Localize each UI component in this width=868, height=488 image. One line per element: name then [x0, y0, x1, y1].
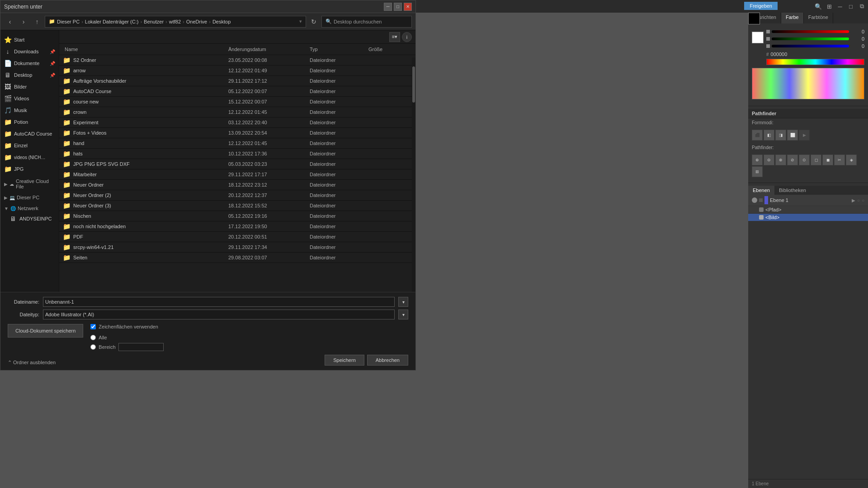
file-row[interactable]: 📁 AutoCAD Course 05.12.2022 00:07 Dateio…	[59, 86, 415, 97]
green-slider[interactable]	[772, 38, 849, 40]
pf-intersect[interactable]: ⊗	[775, 155, 786, 165]
filename-dropdown-button[interactable]: ▾	[398, 297, 408, 307]
dialog-close-button[interactable]: ✕	[404, 3, 412, 11]
file-row[interactable]: 📁 Aufträge Vorschaubilder 29.11.2022 17:…	[59, 76, 415, 86]
pf-divide[interactable]: ⊙	[799, 155, 810, 165]
scrollbar-thumb[interactable]	[412, 66, 415, 103]
minimize-ai-button[interactable]: ─	[835, 2, 844, 11]
save-button[interactable]: Speichern	[325, 355, 364, 366]
color-gradient-box[interactable]	[752, 68, 864, 99]
pf-outline[interactable]: ◈	[846, 155, 857, 165]
view-list-button[interactable]: ≡▾	[389, 32, 400, 42]
column-header-date[interactable]: Änderungsdatum	[226, 46, 308, 53]
file-row[interactable]: 📁 Experiment 03.12.2022 20:40 Dateiordne…	[59, 117, 415, 128]
breadcrumb-onedrive[interactable]: OneDrive	[186, 19, 207, 24]
file-row[interactable]: 📁 Seiten 29.08.2022 03:07 Dateiordner	[59, 253, 415, 263]
sidebar-item-dokumente[interactable]: 📄 Dokumente 📌	[0, 57, 59, 69]
cloud-save-button[interactable]: Cloud-Dokument speichern	[8, 324, 83, 338]
zeichenflaechen-checkbox[interactable]	[90, 324, 96, 329]
pf-merge[interactable]: ◼	[822, 155, 833, 165]
file-row[interactable]: 📁 srcpy-win64-v1.21 29.11.2022 17:34 Dat…	[59, 242, 415, 253]
foreground-color[interactable]	[748, 13, 760, 24]
freigeben-button[interactable]: Freigeben	[744, 2, 778, 10]
sublayer-bild[interactable]: <Bild>	[748, 214, 868, 221]
pf-btn-2[interactable]: ◧	[764, 130, 774, 141]
file-row[interactable]: 📁 Neuer Ordner (2) 20.12.2022 12:37 Date…	[59, 190, 415, 201]
sidebar-section-netzwerk[interactable]: ▼ 🌐 Netzwerk	[0, 204, 59, 213]
info-button[interactable]: i	[402, 32, 412, 42]
restore-ai-button[interactable]: ⧉	[857, 2, 866, 11]
layer-visibility-icon[interactable]	[752, 197, 757, 203]
sidebar-item-jpg[interactable]: 📁 JPG	[0, 163, 59, 175]
apps-button[interactable]: ⊞	[825, 2, 834, 11]
ordner-link[interactable]: ⌃ Ordner ausblenden	[8, 360, 56, 366]
color-spectrum[interactable]	[766, 59, 864, 65]
breadcrumb-wtf82[interactable]: wtf82	[169, 19, 181, 24]
column-header-name[interactable]: Name	[63, 46, 226, 53]
sidebar-item-desktop[interactable]: 🖥 Desktop 📌	[0, 69, 59, 81]
file-row[interactable]: 📁 crown 12.12.2022 01:45 Dateiordner	[59, 107, 415, 117]
breadcrumb-dieser-pc[interactable]: Dieser PC	[57, 19, 80, 24]
filetype-input[interactable]	[43, 310, 395, 319]
file-row[interactable]: 📁 PDF 20.12.2022 00:51 Dateiordner	[59, 232, 415, 242]
sidebar-item-videos[interactable]: 🎬 Videos	[0, 93, 59, 104]
pf-btn-1[interactable]: ⬛	[752, 130, 763, 141]
sidebar-item-potion[interactable]: 📁 Potion	[0, 116, 59, 128]
file-row[interactable]: 📁 hand 12.12.2022 01:45 Dateiordner	[59, 138, 415, 149]
sidebar-section-creative-cloud[interactable]: ▶ ☁ Creative Cloud File	[0, 177, 59, 191]
tab-farbe[interactable]: Farbe	[781, 13, 804, 23]
pf-exclude[interactable]: ⊘	[787, 155, 798, 165]
sidebar-item-start[interactable]: ⭐ Start	[0, 34, 59, 46]
blue-slider[interactable]	[772, 45, 849, 47]
tab-bibliotheken[interactable]: Bibliotheken	[774, 186, 811, 195]
sidebar-item-bilder[interactable]: 🖼 Bilder	[0, 81, 59, 93]
bereich-input[interactable]	[118, 343, 164, 351]
column-header-size[interactable]: Größe	[367, 46, 412, 53]
scrollbar[interactable]	[412, 57, 415, 292]
file-row[interactable]: 📁 course new 15.12.2022 00:07 Dateiordne…	[59, 97, 415, 107]
layer-ebene1[interactable]: Ebene 1 ▶ ○ ○	[748, 195, 868, 206]
pf-trim[interactable]: ◻	[811, 155, 821, 165]
sidebar-item-musik[interactable]: 🎵 Musik	[0, 104, 59, 116]
file-row[interactable]: 📁 hats 10.12.2022 17:36 Dateiordner	[59, 149, 415, 159]
file-row[interactable]: 📁 arrow 12.12.2022 01:49 Dateiordner	[59, 66, 415, 76]
pf-unite[interactable]: ⊕	[752, 155, 763, 165]
pf-minus[interactable]: ⊖	[764, 155, 774, 165]
forward-button[interactable]: ›	[18, 16, 29, 27]
maximize-ai-button[interactable]: □	[846, 2, 855, 11]
breadcrumb[interactable]: 📁 Dieser PC › Lokaler Datenträger (C:) ›…	[45, 16, 306, 28]
filetype-dropdown-button[interactable]: ▾	[398, 310, 408, 319]
filename-input[interactable]	[43, 297, 395, 307]
up-button[interactable]: ↑	[31, 16, 43, 27]
search-bar[interactable]: 🔍 Desktop durchsuchen	[321, 16, 412, 28]
file-row[interactable]: 📁 JPG PNG EPS SVG DXF 05.03.2022 03:23 D…	[59, 159, 415, 169]
breadcrumb-dropdown-icon[interactable]: ▾	[299, 19, 302, 24]
dialog-minimize-button[interactable]: ─	[384, 3, 392, 11]
tab-farbtoene[interactable]: Farbtöne	[804, 13, 833, 23]
bereich-radio[interactable]	[90, 344, 96, 350]
breadcrumb-lokaler[interactable]: Lokaler Datenträger (C:)	[85, 19, 139, 24]
sidebar-item-downloads[interactable]: ↓ Downloads 📌	[0, 46, 59, 57]
sidebar-item-videos2[interactable]: 📁 videos (NICHT FER...	[0, 151, 59, 163]
file-row[interactable]: 📁 Neuer Ordner 18.12.2022 23:12 Dateiord…	[59, 180, 415, 190]
sidebar-item-einzel[interactable]: 📁 Einzel	[0, 140, 59, 151]
sidebar-item-andyseinpc[interactable]: 🖥 ANDYSEINPC	[0, 213, 59, 225]
sublayer-pfad[interactable]: <Pfad>	[748, 206, 868, 214]
layer-expand-icon[interactable]: ▶	[852, 198, 855, 203]
pf-btn-apply[interactable]: ▶	[799, 130, 810, 141]
background-color[interactable]	[752, 32, 764, 43]
tab-ebenen[interactable]: Ebenen	[748, 186, 774, 195]
sidebar-section-dieser-pc[interactable]: ▶ 💻 Dieser PC	[0, 193, 59, 202]
pf-btn-3[interactable]: ◨	[775, 130, 786, 141]
pf-btn-4[interactable]: ⬜	[787, 130, 798, 141]
file-row[interactable]: 📁 Neuer Ordner (3) 18.12.2022 15:52 Date…	[59, 201, 415, 211]
pf-hard-mix[interactable]: ⊞	[752, 166, 763, 177]
alle-radio[interactable]	[90, 335, 96, 340]
red-slider[interactable]	[772, 30, 849, 33]
search-button[interactable]: 🔍	[814, 2, 823, 11]
refresh-button[interactable]: ↻	[308, 16, 320, 27]
breadcrumb-benutzer[interactable]: Benutzer	[144, 19, 164, 24]
pf-crop[interactable]: ✂	[834, 155, 845, 165]
file-row[interactable]: 📁 Nischen 05.12.2022 19:16 Dateiordner	[59, 211, 415, 221]
cancel-button[interactable]: Abbrechen	[367, 355, 408, 366]
